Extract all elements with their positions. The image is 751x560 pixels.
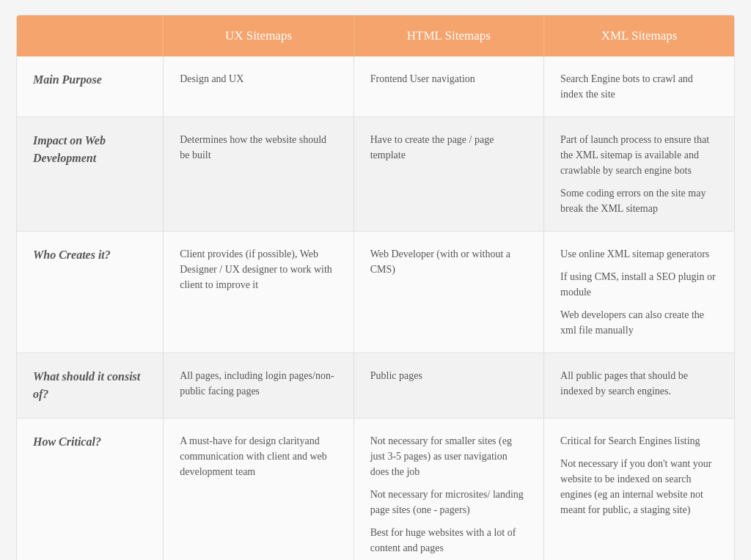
table-row: What should it consist of? All pages, in…	[17, 353, 734, 419]
cell-who-creates-ux: Client provides (if possible), Web Desig…	[164, 232, 353, 353]
table-row: How Critical? A must-have for design cla…	[17, 419, 734, 561]
cell-how-critical-html-part2: Not necessary for microsites/ landing pa…	[370, 487, 527, 517]
cell-consist-of-html: Public pages	[353, 353, 543, 419]
cell-how-critical-html-part3: Best for huge websites with a lot of con…	[370, 525, 527, 556]
header-ux-sitemaps: UX Sitemaps	[164, 15, 353, 56]
comparison-table-wrapper: UX Sitemaps HTML Sitemaps XML Sitemaps M…	[16, 15, 735, 560]
cell-how-critical-xml-part1: Critical for Search Engines listing	[560, 433, 718, 449]
comparison-table: UX Sitemaps HTML Sitemaps XML Sitemaps M…	[17, 15, 734, 560]
cell-who-creates-xml-part2: If using CMS, install a SEO plugin or mo…	[560, 269, 718, 300]
row-header-main-purpose: Main Purpose	[17, 56, 164, 117]
cell-how-critical-ux: A must-have for design clarityand commun…	[164, 419, 353, 561]
cell-impact-xml: Part of launch process to ensure that th…	[544, 117, 734, 232]
table-row: Impact on Web Development Determines how…	[17, 117, 734, 232]
table-row: Who Creates it? Client provides (if poss…	[17, 232, 734, 353]
row-header-impact: Impact on Web Development	[17, 117, 164, 232]
header-xml-sitemaps: XML Sitemaps	[544, 15, 734, 56]
header-html-sitemaps: HTML Sitemaps	[353, 15, 543, 56]
cell-who-creates-html: Web Developer (with or without a CMS)	[353, 232, 543, 353]
cell-impact-ux: Determines how the website should be bui…	[164, 117, 353, 232]
cell-how-critical-html-part1: Not necessary for smaller sites (eg just…	[370, 433, 527, 479]
header-empty	[17, 15, 164, 56]
cell-how-critical-html: Not necessary for smaller sites (eg just…	[353, 419, 543, 561]
cell-main-purpose-html: Frontend User navigation	[353, 56, 543, 117]
cell-who-creates-xml-part1: Use online XML sitemap generators	[560, 246, 718, 262]
cell-consist-of-ux: All pages, including login pages/non-pub…	[164, 353, 353, 419]
row-header-who-creates: Who Creates it?	[17, 232, 164, 353]
cell-who-creates-xml-part3: Web developers can also create the xml f…	[560, 307, 718, 338]
cell-how-critical-xml-part2: Not necessary if you don't want your web…	[560, 456, 718, 517]
row-header-how-critical: How Critical?	[17, 419, 164, 561]
cell-impact-xml-part1: Part of launch process to ensure that th…	[560, 132, 718, 178]
cell-main-purpose-xml: Search Engine bots to crawl and index th…	[544, 56, 734, 117]
cell-impact-xml-part2: Some coding errors on the site may break…	[560, 185, 718, 216]
cell-who-creates-xml: Use online XML sitemap generators If usi…	[544, 232, 734, 353]
cell-how-critical-xml: Critical for Search Engines listing Not …	[544, 419, 734, 561]
table-row: Main Purpose Design and UX Frontend User…	[17, 56, 734, 117]
cell-main-purpose-ux: Design and UX	[164, 56, 353, 117]
cell-impact-html: Have to create the page / page template	[353, 117, 543, 232]
cell-consist-of-xml: All public pages that should be indexed …	[544, 353, 734, 419]
row-header-consist-of: What should it consist of?	[17, 353, 164, 419]
